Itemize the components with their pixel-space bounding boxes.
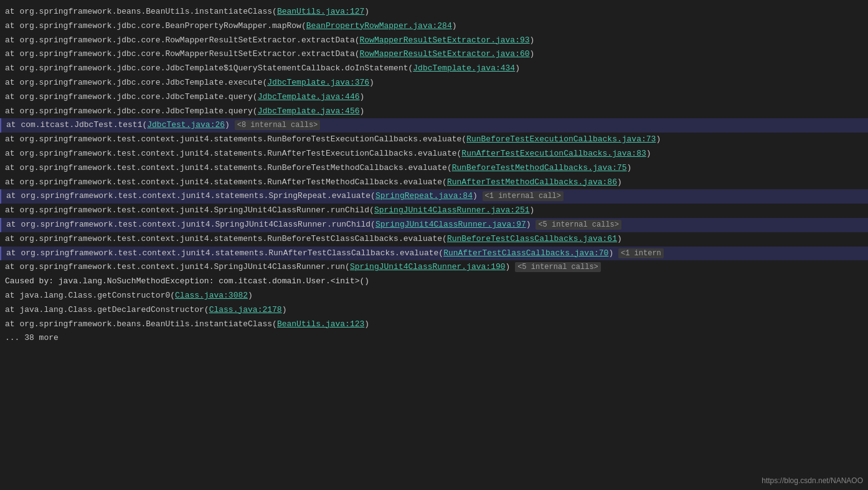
stack-link-2[interactable]: BeanPropertyRowMapper.java:284 bbox=[306, 21, 452, 31]
stack-line-22: at java.lang.Class.getDeclaredConstructo… bbox=[0, 303, 868, 318]
stack-link-10[interactable]: RunBeforeTestExecutionCallbacks.java:73 bbox=[466, 134, 656, 144]
stack-line-20: Caused by: java.lang.NoSuchMethodExcepti… bbox=[0, 275, 868, 289]
stack-link-13[interactable]: RunAfterTestMethodCallbacks.java:86 bbox=[447, 177, 617, 187]
stack-line-16: at org.springframework.test.context.juni… bbox=[0, 218, 868, 232]
stack-trace-container: at org.springframework.beans.BeanUtils.i… bbox=[0, 5, 868, 346]
stack-line-11: at org.springframework.test.context.juni… bbox=[0, 147, 868, 161]
stack-line-2: at org.springframework.jdbc.core.BeanPro… bbox=[0, 19, 868, 34]
stack-line-6: at org.springframework.jdbc.core.JdbcTem… bbox=[0, 76, 868, 90]
stack-link-6[interactable]: JdbcTemplate.java:376 bbox=[267, 78, 369, 87]
stack-link-4[interactable]: RowMapperResultSetExtractor.java:60 bbox=[360, 49, 530, 59]
stack-link-16[interactable]: SpringJUnit4ClassRunner.java:97 bbox=[375, 220, 526, 229]
stack-line-12: at org.springframework.test.context.juni… bbox=[0, 161, 868, 176]
stack-line-1: at org.springframework.beans.BeanUtils.i… bbox=[0, 5, 868, 19]
stack-link-9[interactable]: JdbcTest.java:26 bbox=[147, 120, 225, 130]
stack-line-3: at org.springframework.jdbc.core.RowMapp… bbox=[0, 34, 868, 48]
stack-link-5[interactable]: JdbcTemplate.java:434 bbox=[413, 64, 515, 73]
internal-calls-badge-19[interactable]: <5 internal calls> bbox=[515, 262, 601, 272]
stack-link-23[interactable]: BeanUtils.java:123 bbox=[277, 319, 364, 329]
stack-link-1[interactable]: BeanUtils.java:127 bbox=[277, 7, 364, 16]
stack-line-24: ... 38 more bbox=[0, 331, 868, 346]
internal-calls-badge-14[interactable]: <1 internal call> bbox=[483, 191, 564, 201]
stack-link-18[interactable]: RunAfterTestClassCallbacks.java:70 bbox=[443, 248, 608, 258]
stack-line-13: at org.springframework.test.context.juni… bbox=[0, 176, 868, 190]
internal-calls-badge-9[interactable]: <8 internal calls> bbox=[235, 120, 321, 130]
stack-line-15: at org.springframework.test.context.juni… bbox=[0, 204, 868, 218]
stack-link-7[interactable]: JdbcTemplate.java:446 bbox=[258, 92, 360, 101]
stack-link-3[interactable]: RowMapperResultSetExtractor.java:93 bbox=[360, 35, 530, 45]
stack-link-8[interactable]: JdbcTemplate.java:456 bbox=[258, 106, 360, 116]
stack-line-4: at org.springframework.jdbc.core.RowMapp… bbox=[0, 47, 868, 62]
stack-link-11[interactable]: RunAfterTestExecutionCallbacks.java:83 bbox=[461, 149, 646, 158]
stack-link-22[interactable]: Class.java:2178 bbox=[209, 305, 282, 314]
stack-line-21: at java.lang.Class.getConstructor0(Class… bbox=[0, 289, 868, 303]
stack-link-15[interactable]: SpringJUnit4ClassRunner.java:251 bbox=[374, 205, 530, 215]
stack-line-5: at org.springframework.jdbc.core.JdbcTem… bbox=[0, 62, 868, 76]
stack-line-10: at org.springframework.test.context.juni… bbox=[0, 133, 868, 147]
stack-link-21[interactable]: Class.java:3082 bbox=[175, 291, 248, 300]
stack-link-14[interactable]: SpringRepeat.java:84 bbox=[375, 191, 473, 200]
stack-line-23: at org.springframework.beans.BeanUtils.i… bbox=[0, 318, 868, 332]
watermark: https://blog.csdn.net/NANAOO bbox=[762, 476, 863, 485]
stack-line-18: at org.springframework.test.context.juni… bbox=[0, 247, 868, 261]
stack-link-12[interactable]: RunBeforeTestMethodCallbacks.java:75 bbox=[452, 163, 627, 172]
stack-line-14: at org.springframework.test.context.juni… bbox=[0, 189, 868, 204]
stack-line-9: at com.itcast.JdbcTest.test1(JdbcTest.ja… bbox=[0, 118, 868, 133]
stack-line-19: at org.springframework.test.context.juni… bbox=[0, 260, 868, 275]
internal-calls-badge-16[interactable]: <5 internal calls> bbox=[535, 220, 621, 230]
stack-link-19[interactable]: SpringJUnit4ClassRunner.java:190 bbox=[350, 262, 506, 271]
stack-line-17: at org.springframework.test.context.juni… bbox=[0, 232, 868, 247]
internal-calls-badge-18[interactable]: <1 intern bbox=[618, 248, 664, 258]
stack-line-7: at org.springframework.jdbc.core.JdbcTem… bbox=[0, 90, 868, 105]
stack-link-17[interactable]: RunBeforeTestClassCallbacks.java:61 bbox=[447, 234, 617, 243]
stack-line-8: at org.springframework.jdbc.core.JdbcTem… bbox=[0, 105, 868, 119]
